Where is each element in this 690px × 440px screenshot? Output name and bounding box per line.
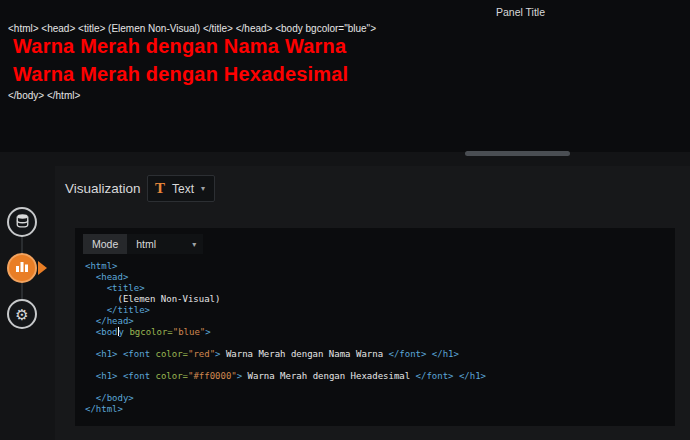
code-editor[interactable]: <html> <head> <title> (Elemen Non-Visual… bbox=[85, 261, 669, 422]
panel-preview: Panel Title <html> <head> <title> (Eleme… bbox=[0, 0, 690, 152]
preview-raw-html-top: <html> <head> <title> (Elemen Non-Visual… bbox=[8, 23, 376, 34]
viz-type-value: Text bbox=[172, 182, 194, 196]
preview-heading-2: Warna Merah dengan Hexadesimal bbox=[13, 63, 348, 86]
gear-icon: ⚙ bbox=[15, 307, 28, 322]
preview-heading-1: Warna Merah dengan Nama Warna bbox=[13, 35, 346, 58]
chart-icon bbox=[14, 258, 30, 278]
viz-type-select[interactable]: T Text ▾ bbox=[147, 175, 215, 202]
section-title: Visualization bbox=[65, 181, 141, 196]
tab-visualization[interactable] bbox=[7, 253, 37, 283]
text-panel-icon: T bbox=[155, 181, 165, 196]
horizontal-scrollbar[interactable] bbox=[465, 151, 570, 156]
visualization-section: Visualization T Text ▾ Mode html ▾ <html… bbox=[55, 166, 690, 440]
panel-title[interactable]: Panel Title bbox=[496, 6, 545, 18]
mode-row: Mode html ▾ bbox=[83, 234, 203, 254]
chevron-down-icon: ▾ bbox=[201, 184, 205, 193]
mode-label: Mode bbox=[83, 234, 127, 254]
text-panel-editor: Mode html ▾ <html> <head> <title> (Eleme… bbox=[75, 228, 675, 426]
database-icon bbox=[15, 213, 30, 232]
active-tab-arrow-icon bbox=[38, 261, 47, 275]
chevron-down-icon: ▾ bbox=[192, 240, 196, 249]
tab-queries[interactable] bbox=[7, 207, 37, 237]
preview-raw-html-bottom: </body> </html> bbox=[8, 90, 80, 101]
mode-select[interactable]: html ▾ bbox=[127, 234, 203, 254]
mode-value: html bbox=[136, 238, 156, 250]
tab-general[interactable]: ⚙ bbox=[7, 299, 37, 329]
